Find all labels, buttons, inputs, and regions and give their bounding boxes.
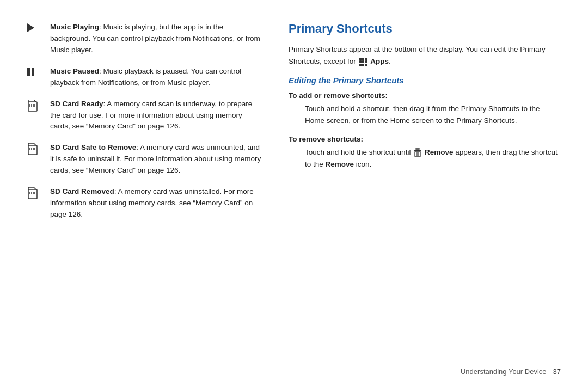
apps-grid (359, 58, 367, 66)
intro-text: Primary Shortcuts appear at the bottom o… (289, 44, 561, 67)
sdcard-ready-text: SD Card Ready: A memory card scan is und… (50, 99, 261, 133)
footer-chapter: Understanding Your Device (461, 367, 547, 376)
sdcard-removed-row: SD Card Removed: A memory card was unins… (27, 186, 261, 220)
remove-instruction: To remove shortcuts: Touch and hold the … (289, 135, 561, 170)
music-playing-text: Music Playing: Music is playing, but the… (50, 22, 261, 56)
sdcard-removed-icon-cell (27, 186, 50, 201)
page-container: Music Playing: Music is playing, but the… (0, 0, 588, 392)
pause-bar-2 (32, 68, 34, 76)
section-title: Primary Shortcuts (289, 22, 561, 36)
trash-svg (414, 148, 421, 157)
sdcard-safe-icon (27, 143, 38, 157)
music-paused-text: Music Paused: Music playback is paused. … (50, 66, 261, 89)
trash-icon (414, 148, 421, 157)
sdcard-removed-text: SD Card Removed: A memory card was unins… (50, 186, 261, 220)
sdcard-safe-icon-cell (27, 142, 50, 157)
remove-text: Touch and hold the shortcut until Remove… (305, 146, 561, 170)
sdcard-ready-icon-cell (27, 99, 50, 113)
apps-grid-icon (358, 57, 371, 65)
sdcard-safe-row: SD Card Safe to Remove: A memory card wa… (27, 142, 261, 176)
pause-icon (27, 68, 34, 76)
svg-rect-17 (414, 150, 421, 151)
sdcard-safe-text: SD Card Safe to Remove: A memory card wa… (50, 142, 261, 176)
left-column: Music Playing: Music is playing, but the… (27, 22, 278, 370)
play-icon (27, 23, 34, 32)
add-remove-instruction: To add or remove shortcuts: Touch and ho… (289, 91, 561, 126)
subsection-title: Editing the Primary Shortcuts (289, 76, 561, 85)
music-paused-row: Music Paused: Music playback is paused. … (27, 66, 261, 89)
svg-rect-16 (416, 148, 419, 150)
pause-icon-cell (27, 66, 50, 76)
sdcard-removed-icon (27, 187, 38, 201)
right-column: Primary Shortcuts Primary Shortcuts appe… (278, 22, 561, 370)
footer: Understanding Your Device 37 (461, 367, 561, 376)
remove-label: To remove shortcuts: (289, 135, 561, 143)
play-icon-cell (27, 22, 50, 32)
sdcard-ready-icon (27, 100, 38, 113)
music-playing-row: Music Playing: Music is playing, but the… (27, 22, 261, 56)
pause-bar-1 (27, 68, 30, 76)
add-remove-text: Touch and hold a shortcut, then drag it … (305, 103, 561, 126)
footer-page: 37 (553, 367, 561, 376)
sdcard-ready-row: SD Card Ready: A memory card scan is und… (27, 99, 261, 133)
add-remove-label: To add or remove shortcuts: (289, 91, 561, 100)
